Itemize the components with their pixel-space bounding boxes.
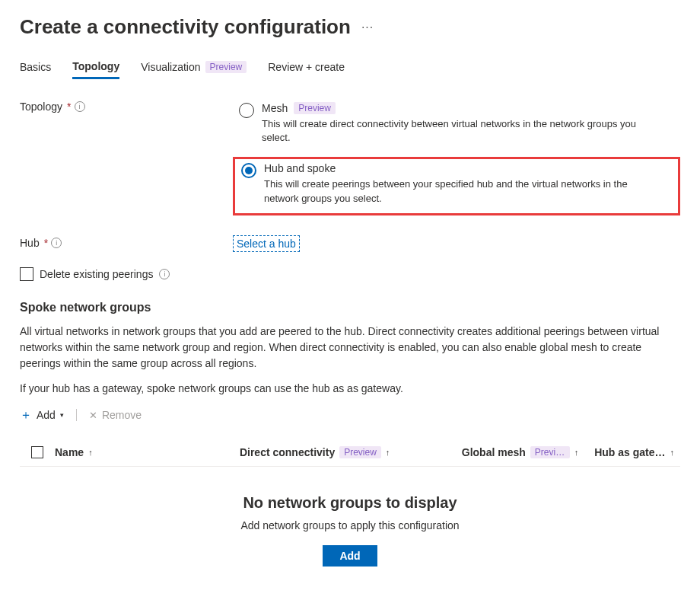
- plus-icon: ＋: [20, 407, 32, 423]
- tab-basics[interactable]: Basics: [20, 60, 51, 79]
- radio-selected-icon: [241, 163, 256, 178]
- spoke-section-title: Spoke network groups: [20, 301, 680, 314]
- preview-badge: Previe…: [530, 446, 570, 458]
- radio-unselected-icon: [239, 103, 254, 118]
- add-button[interactable]: ＋ Add ▾: [20, 407, 64, 423]
- add-button-label: Add: [37, 409, 56, 421]
- required-asterisk: *: [44, 237, 48, 249]
- hubspoke-title: Hub and spoke: [264, 162, 336, 174]
- empty-state: No network groups to display Add network…: [20, 467, 680, 567]
- col-hub-as-gateway[interactable]: Hub as gate… ↑: [594, 446, 674, 458]
- remove-button: ✕ Remove: [89, 409, 142, 421]
- page-title: Create a connectivity configuration: [20, 15, 351, 39]
- required-asterisk: *: [67, 101, 71, 113]
- topology-option-hub-and-spoke[interactable]: Hub and spoke This will create peerings …: [233, 157, 680, 215]
- preview-badge: Preview: [205, 61, 247, 73]
- sort-up-icon: ↑: [670, 448, 675, 457]
- hubspoke-desc: This will create peerings between your s…: [264, 177, 660, 205]
- sort-up-icon: ↑: [574, 448, 579, 457]
- toolbar-separator: [76, 409, 77, 421]
- col-name[interactable]: Name ↑: [55, 446, 234, 458]
- info-icon[interactable]: i: [51, 238, 62, 248]
- empty-add-button[interactable]: Add: [323, 545, 377, 567]
- more-icon[interactable]: ···: [361, 21, 374, 34]
- spoke-desc-2: If your hub has a gateway, spoke network…: [20, 381, 674, 397]
- tab-visualization[interactable]: Visualization Preview: [141, 60, 247, 79]
- sort-up-icon: ↑: [88, 448, 93, 457]
- hub-label-text: Hub: [20, 237, 40, 249]
- col-direct-label: Direct connectivity: [240, 446, 335, 458]
- tab-visualization-label: Visualization: [141, 61, 200, 73]
- col-direct-connectivity[interactable]: Direct connectivity Preview ↑: [240, 446, 456, 458]
- info-icon[interactable]: i: [75, 101, 85, 112]
- select-hub-link[interactable]: Select a hub: [233, 235, 300, 252]
- col-global-mesh[interactable]: Global mesh Previe… ↑: [462, 446, 588, 458]
- mesh-title: Mesh: [262, 102, 288, 114]
- col-global-label: Global mesh: [462, 446, 526, 458]
- preview-badge: Preview: [339, 446, 381, 458]
- info-icon[interactable]: i: [159, 269, 170, 279]
- delete-existing-peerings-row: Delete existing peerings i: [20, 267, 680, 281]
- preview-badge: Preview: [294, 102, 336, 114]
- spoke-toolbar: ＋ Add ▾ ✕ Remove: [20, 407, 680, 423]
- delete-peerings-label: Delete existing peerings: [40, 268, 153, 280]
- hub-label: Hub * i: [20, 235, 233, 249]
- spoke-desc-1: All virtual networks in network groups t…: [20, 324, 674, 372]
- delete-peerings-checkbox[interactable]: [20, 267, 33, 281]
- empty-state-title: No network groups to display: [20, 494, 680, 512]
- tab-review-create[interactable]: Review + create: [268, 60, 345, 79]
- close-icon: ✕: [89, 410, 97, 421]
- col-hub-label: Hub as gate…: [594, 446, 665, 458]
- tab-topology[interactable]: Topology: [72, 60, 119, 79]
- topology-label-text: Topology: [20, 101, 62, 113]
- chevron-down-icon: ▾: [60, 411, 64, 419]
- remove-button-label: Remove: [102, 409, 142, 421]
- tab-bar: Basics Topology Visualization Preview Re…: [20, 60, 680, 79]
- col-name-label: Name: [55, 446, 84, 458]
- topology-option-mesh[interactable]: Mesh Preview This will create direct con…: [233, 99, 680, 152]
- topology-label: Topology * i: [20, 99, 233, 113]
- sort-up-icon: ↑: [386, 448, 390, 457]
- empty-state-subtitle: Add network groups to apply this configu…: [20, 519, 680, 531]
- select-all-checkbox[interactable]: [31, 446, 43, 458]
- table-header: Name ↑ Direct connectivity Preview ↑ Glo…: [20, 439, 680, 467]
- mesh-desc: This will create direct connectivity bet…: [262, 117, 657, 145]
